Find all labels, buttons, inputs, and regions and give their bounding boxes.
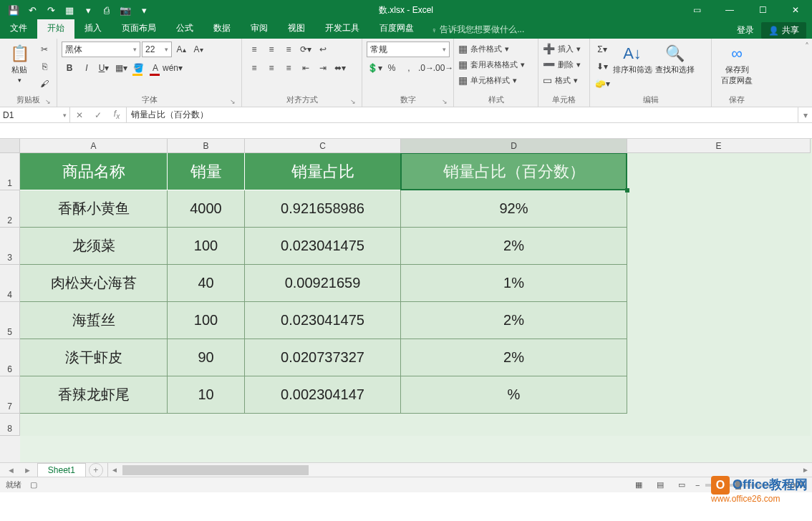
tab-formulas[interactable]: 公式 bbox=[166, 19, 203, 39]
sort-filter-button[interactable]: A↓ 排序和筛选 bbox=[612, 42, 652, 75]
data-cell[interactable]: 龙须菜 bbox=[20, 228, 168, 265]
scroll-left-icon[interactable]: ◄ bbox=[108, 463, 121, 477]
data-cell[interactable]: 0.023041475 bbox=[245, 228, 401, 265]
fill-color-icon[interactable]: 🪣 bbox=[130, 60, 146, 76]
paste-button[interactable]: 📋 粘贴 ▾ bbox=[4, 42, 34, 84]
accounting-icon[interactable]: 💲▾ bbox=[367, 60, 382, 76]
select-all-corner[interactable] bbox=[0, 139, 20, 153]
zoom-out-icon[interactable]: − bbox=[695, 481, 700, 490]
minimize-icon[interactable]: ― bbox=[713, 0, 746, 20]
find-select-button[interactable]: 🔍 查找和选择 bbox=[654, 42, 695, 75]
empty-cell[interactable] bbox=[20, 414, 168, 436]
data-cell[interactable]: 香辣龙虾尾 bbox=[20, 376, 168, 414]
horizontal-scrollbar[interactable]: ◄ ► bbox=[107, 463, 812, 477]
delete-cells-button[interactable]: ➖删除▾ bbox=[543, 57, 581, 72]
fx-icon[interactable]: fx bbox=[107, 109, 126, 120]
insert-cells-button[interactable]: ➕插入▾ bbox=[543, 42, 581, 56]
align-left-icon[interactable]: ≡ bbox=[246, 60, 262, 76]
format-painter-icon[interactable]: 🖌 bbox=[37, 76, 52, 92]
cells-container[interactable]: 商品名称销量销量占比销量占比（百分数）香酥小黄鱼40000.9216589869… bbox=[20, 153, 812, 462]
tab-view[interactable]: 视图 bbox=[278, 19, 315, 39]
cut-icon[interactable]: ✂ bbox=[37, 42, 52, 57]
formula-bar[interactable]: 销量占比（百分数） bbox=[127, 107, 798, 122]
qat-print-icon[interactable]: ⎙ bbox=[99, 2, 115, 18]
data-cell[interactable]: 0.020737327 bbox=[245, 339, 401, 376]
row-header-5[interactable]: 5 bbox=[0, 302, 20, 339]
data-cell[interactable]: 2% bbox=[401, 228, 627, 265]
redo-icon[interactable]: ↷ bbox=[43, 2, 59, 18]
cancel-formula-icon[interactable]: ✕ bbox=[70, 110, 89, 120]
clipboard-dialog-icon[interactable]: ↘ bbox=[45, 98, 51, 105]
column-header-D[interactable]: D bbox=[401, 139, 627, 152]
empty-cell[interactable] bbox=[627, 414, 811, 436]
clear-icon[interactable]: 🧽▾ bbox=[594, 76, 610, 92]
format-cells-button[interactable]: ▭格式▾ bbox=[543, 73, 578, 87]
data-cell[interactable]: 0.023041475 bbox=[245, 302, 401, 339]
collapse-ribbon-icon[interactable]: ˄ bbox=[805, 42, 809, 52]
empty-cell[interactable] bbox=[627, 302, 811, 339]
expand-formula-icon[interactable]: ▾ bbox=[798, 107, 812, 122]
row-header-2[interactable]: 2 bbox=[0, 190, 20, 228]
data-cell[interactable]: 0.921658986 bbox=[245, 190, 401, 228]
page-layout-view-icon[interactable]: ▤ bbox=[652, 479, 668, 492]
header-cell[interactable]: 销量占比 bbox=[245, 153, 401, 190]
data-cell[interactable]: 10 bbox=[168, 376, 245, 414]
font-color-icon[interactable]: A bbox=[148, 60, 163, 76]
tab-layout[interactable]: 页面布局 bbox=[112, 19, 166, 39]
data-cell[interactable]: 90 bbox=[168, 339, 245, 376]
header-cell[interactable]: 销量占比（百分数） bbox=[401, 153, 627, 190]
align-dialog-icon[interactable]: ↘ bbox=[350, 98, 356, 105]
data-cell[interactable]: 2% bbox=[401, 339, 627, 376]
increase-font-icon[interactable]: A▴ bbox=[173, 42, 189, 57]
undo-icon[interactable]: ↶ bbox=[24, 2, 40, 18]
decrease-decimal-icon[interactable]: .00→ bbox=[435, 60, 451, 76]
column-header-B[interactable]: B bbox=[168, 139, 245, 152]
sheet-nav-prev-icon[interactable]: ◄ bbox=[4, 466, 18, 474]
tab-insert[interactable]: 插入 bbox=[74, 19, 112, 39]
data-cell[interactable]: 1% bbox=[401, 265, 627, 302]
table-format-button[interactable]: ▦套用表格格式▾ bbox=[458, 57, 525, 72]
data-cell[interactable]: 0.00921659 bbox=[245, 265, 401, 302]
italic-icon[interactable]: I bbox=[79, 60, 95, 76]
align-right-icon[interactable]: ≡ bbox=[281, 60, 296, 76]
spreadsheet-grid[interactable]: ABCDE 12345678 商品名称销量销量占比销量占比（百分数）香酥小黄鱼4… bbox=[0, 139, 812, 462]
bold-icon[interactable]: B bbox=[62, 60, 77, 76]
column-header-A[interactable]: A bbox=[20, 139, 168, 152]
tab-developer[interactable]: 开发工具 bbox=[315, 19, 369, 39]
tab-baidu[interactable]: 百度网盘 bbox=[369, 19, 424, 39]
data-cell[interactable]: 100 bbox=[168, 228, 245, 265]
row-header-6[interactable]: 6 bbox=[0, 339, 20, 376]
sheet-nav-next-icon[interactable]: ► bbox=[21, 466, 34, 474]
empty-cell[interactable] bbox=[627, 228, 811, 265]
font-name-select[interactable]: 黑体▾ bbox=[62, 42, 140, 57]
header-cell[interactable]: 商品名称 bbox=[20, 153, 168, 190]
autosum-icon[interactable]: Σ▾ bbox=[594, 42, 610, 57]
share-button[interactable]: 👤 共享 bbox=[761, 22, 806, 39]
number-format-select[interactable]: 常规▾ bbox=[367, 42, 450, 57]
scroll-right-icon[interactable]: ► bbox=[799, 463, 812, 477]
row-header-1[interactable]: 1 bbox=[0, 153, 20, 190]
increase-decimal-icon[interactable]: .0→ bbox=[418, 60, 434, 76]
row-header-4[interactable]: 4 bbox=[0, 265, 20, 302]
copy-icon[interactable]: ⎘ bbox=[37, 59, 52, 74]
font-size-select[interactable]: 22▾ bbox=[142, 42, 172, 57]
align-top-icon[interactable]: ≡ bbox=[246, 42, 262, 57]
header-cell[interactable]: 销量 bbox=[168, 153, 245, 190]
qat-more-icon[interactable]: ▾ bbox=[136, 2, 152, 18]
empty-cell[interactable] bbox=[245, 414, 401, 436]
data-cell[interactable]: % bbox=[401, 376, 627, 414]
column-header-C[interactable]: C bbox=[245, 139, 401, 152]
font-dialog-icon[interactable]: ↘ bbox=[230, 98, 236, 105]
wrap-text-icon[interactable]: ↩ bbox=[315, 42, 331, 57]
align-bottom-icon[interactable]: ≡ bbox=[281, 42, 296, 57]
number-dialog-icon[interactable]: ↘ bbox=[442, 98, 448, 105]
data-cell[interactable]: 92% bbox=[401, 190, 627, 228]
enter-formula-icon[interactable]: ✓ bbox=[89, 110, 107, 120]
row-header-7[interactable]: 7 bbox=[0, 376, 20, 414]
merge-icon[interactable]: ⬌▾ bbox=[332, 60, 348, 76]
tab-data[interactable]: 数据 bbox=[203, 19, 241, 39]
add-sheet-icon[interactable]: + bbox=[89, 463, 103, 477]
tell-me-input[interactable]: 告诉我您想要做什么... bbox=[424, 21, 531, 39]
data-cell[interactable]: 0.002304147 bbox=[245, 376, 401, 414]
row-header-8[interactable]: 8 bbox=[0, 414, 20, 436]
